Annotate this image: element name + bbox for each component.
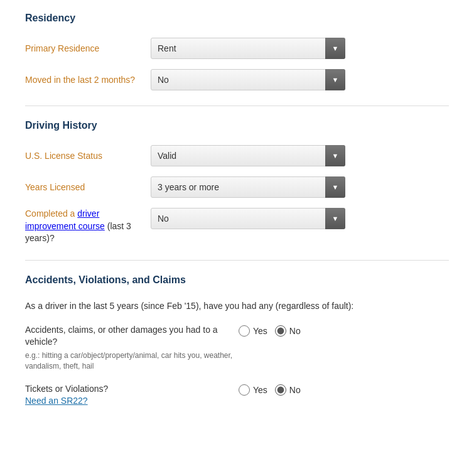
driver-course-row: Completed a driver improvement course (l… [25,208,449,245]
accidents-claims-sub-label: e.g.: hitting a car/object/property/anim… [25,350,239,372]
driver-course-select-wrapper: No Yes [151,208,345,229]
driving-history-section: Driving History U.S. License Status Vali… [25,120,449,245]
tickets-yes-radio[interactable] [239,384,250,396]
primary-residence-select[interactable]: Rent Own Other [151,38,345,59]
residency-title: Residency [25,13,449,26]
tickets-no-radio[interactable] [275,384,286,396]
accidents-section: Accidents, Violations, and Claims As a d… [25,274,449,408]
driver-course-label-part1: Completed a [25,208,77,219]
accidents-claims-no-radio[interactable] [275,325,286,337]
accidents-claims-yes-label: Yes [253,326,267,336]
years-licensed-select[interactable]: 3 years or more Less than 3 years Less t… [151,176,345,198]
accidents-claims-yes-radio[interactable] [239,325,250,337]
years-licensed-label: Years Licensed [25,181,151,193]
accidents-title: Accidents, Violations, and Claims [25,274,449,288]
tickets-row: Tickets or Violations? Need an SR22? Yes… [25,383,449,408]
primary-residence-select-wrapper: Rent Own Other [151,38,345,59]
tickets-no-label: No [289,385,301,395]
accidents-description: As a driver in the last 5 years (since F… [25,300,449,313]
section-divider-2 [25,260,449,261]
license-status-label: U.S. License Status [25,150,151,161]
tickets-options: Yes No [239,384,301,396]
primary-residence-row: Primary Residence Rent Own Other [25,38,449,59]
primary-residence-label: Primary Residence [25,43,151,54]
accidents-claims-yes-option: Yes [239,325,267,337]
moved-recently-row: Moved in the last 2 months? No Yes [25,69,449,90]
section-divider-1 [25,105,449,106]
driver-course-select[interactable]: No Yes [151,208,345,229]
license-status-select-wrapper: Valid Invalid Suspended None [151,145,345,166]
sr22-link[interactable]: Need an SR22? [25,396,88,406]
residency-section: Residency Primary Residence Rent Own Oth… [25,13,449,90]
driving-history-title: Driving History [25,120,449,134]
moved-recently-select[interactable]: No Yes [151,69,345,90]
license-status-row: U.S. License Status Valid Invalid Suspen… [25,145,449,166]
moved-recently-label: Moved in the last 2 months? [25,74,151,85]
license-status-select[interactable]: Valid Invalid Suspended None [151,145,345,166]
years-licensed-select-wrapper: 3 years or more Less than 3 years Less t… [151,176,345,198]
accidents-claims-label: Accidents, claims, or other damages you … [25,324,239,372]
years-licensed-row: Years Licensed 3 years or more Less than… [25,176,449,198]
tickets-label-text: Tickets or Violations? [25,383,239,396]
accidents-claims-no-label: No [289,326,301,336]
tickets-label: Tickets or Violations? Need an SR22? [25,383,239,408]
accidents-claims-no-option: No [275,325,301,337]
accidents-claims-row: Accidents, claims, or other damages you … [25,324,449,372]
tickets-no-option: No [275,384,301,396]
driver-course-label: Completed a driver improvement course (l… [25,208,151,245]
tickets-yes-label: Yes [253,385,267,395]
tickets-yes-option: Yes [239,384,267,396]
moved-recently-select-wrapper: No Yes [151,69,345,90]
accidents-claims-label-text: Accidents, claims, or other damages you … [25,324,239,349]
accidents-claims-options: Yes No [239,325,301,337]
page-container: Residency Primary Residence Rent Own Oth… [0,0,474,476]
